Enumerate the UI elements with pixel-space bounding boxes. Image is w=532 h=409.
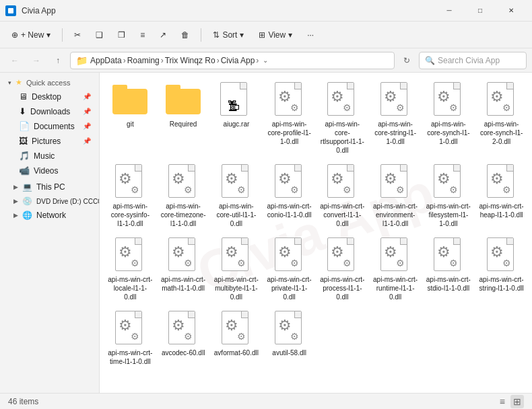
file-item[interactable]: ⚙⚙ api-ms-win-crt-locale-l1-1-0.dll <box>105 233 156 304</box>
file-item[interactable]: ⚙⚙ api-ms-win-crt-convert-l1-1-0.dll <box>317 160 368 231</box>
more-button[interactable]: ··· <box>301 27 320 43</box>
file-icon-wrapper: ⚙⚙ <box>271 309 308 347</box>
path-segment-4: Civia App <box>221 56 255 65</box>
sidebar-item-network[interactable]: ▶ 🌐 Network <box>3 209 96 222</box>
rar-icon: 🗜 <box>220 82 253 117</box>
file-item[interactable]: ⚙⚙ avcodec-60.dll <box>158 307 209 369</box>
file-icon-wrapper: ⚙⚙ <box>271 163 308 200</box>
pin-icon-4: 📌 <box>83 137 91 145</box>
file-item[interactable]: ⚙⚙ api-ms-win-crt-environment-l1-1-0.dll <box>370 160 421 231</box>
music-icon: 🎵 <box>19 151 30 161</box>
file-item[interactable]: ⚙⚙ api-ms-win-core-timezone-l1-1-0.dll <box>158 160 209 231</box>
file-item[interactable]: ⚙⚙ api-ms-win-crt-filesystem-l1-1-0.dll <box>424 160 474 231</box>
forward-button[interactable]: → <box>27 51 46 70</box>
file-item[interactable]: ⚙⚙ api-ms-win-crt-conio-l1-1-0.dll <box>264 160 314 231</box>
pin-icon: 📌 <box>83 93 91 100</box>
file-item[interactable]: ⚙⚙ api-ms-win-crt-stdio-l1-1-0.dll <box>424 233 474 304</box>
file-item[interactable]: ⚙⚙ api-ms-win-crt-time-l1-1-0.dll <box>105 307 156 369</box>
close-button[interactable]: ✕ <box>496 0 527 22</box>
file-item[interactable]: ⚙⚙ api-ms-win-crt-runtime-l1-1-0.dll <box>370 233 421 304</box>
dll-icon: ⚙⚙ <box>327 82 357 117</box>
documents-icon: 📄 <box>19 121 30 131</box>
file-icon-wrapper: ⚙⚙ <box>483 236 521 274</box>
address-path[interactable]: 📁 AppData › Roaming › Trix Winqz Ro › Ci… <box>70 52 395 69</box>
new-button[interactable]: ⊕ + New ▾ <box>5 27 57 43</box>
file-item[interactable]: ⚙⚙ api-ms-win-core-rtlsupport-l1-1-0.dll <box>317 78 368 157</box>
file-name: api-ms-win-core-profile-l1-1-0.dll <box>267 120 312 146</box>
back-button[interactable]: ← <box>5 51 24 70</box>
sidebar-item-this-pc[interactable]: ▶ 💻 This PC <box>3 180 96 194</box>
file-name: api-ms-win-crt-private-l1-1-0.dll <box>267 275 312 301</box>
paste-button[interactable]: ❒ <box>112 27 131 43</box>
maximize-button[interactable]: □ <box>465 0 496 22</box>
new-icon: ⊕ <box>11 30 18 40</box>
file-item[interactable]: ⚙⚙ api-ms-win-crt-string-l1-1-0.dll <box>476 233 527 304</box>
sort-icon: ⇅ <box>213 30 220 40</box>
dll-icon: ⚙⚙ <box>327 237 357 272</box>
refresh-button[interactable]: ↻ <box>397 51 416 70</box>
file-item[interactable]: ⚙⚙ api-ms-win-core-util-l1-1-0.dll <box>211 160 262 231</box>
search-box[interactable]: 🔍 Search Civia App <box>419 52 527 69</box>
sidebar-quick-access[interactable]: ▾ ★ Quick access <box>3 76 96 89</box>
file-item[interactable]: ⚙⚙ api-ms-win-crt-process-l1-1-0.dll <box>317 233 368 304</box>
pin-icon-2: 📌 <box>83 108 91 115</box>
sidebar-item-dvd[interactable]: ▶ 💿 DVD Drive (D:) CCCC <box>3 194 96 208</box>
toolbar: ⊕ + New ▾ ✂ ❑ ❒ ≡ ↗ 🗑 ⇅ Sort ▾ ⊞ View ▾ … <box>0 22 532 48</box>
file-item[interactable]: ⚙⚙ api-ms-win-crt-math-l1-1-0.dll <box>158 233 209 304</box>
dll-icon: ⚙⚙ <box>487 237 517 272</box>
grid-view-button[interactable]: ⊞ <box>510 395 524 408</box>
sort-button[interactable]: ⇅ Sort ▾ <box>207 27 250 43</box>
dll-icon: ⚙⚙ <box>168 311 198 346</box>
file-icon-wrapper: ⚙⚙ <box>164 236 202 274</box>
dll-icon: ⚙⚙ <box>434 237 463 272</box>
sidebar-item-pictures[interactable]: 🖼 Pictures 📌 <box>3 134 96 148</box>
file-name: avutil-58.dll <box>272 348 306 357</box>
view-button[interactable]: ⊞ View ▾ <box>253 27 298 43</box>
copy-button[interactable]: ❑ <box>90 27 109 43</box>
dll-icon: ⚙⚙ <box>115 237 145 272</box>
sidebar-item-desktop[interactable]: 🖥 Desktop 📌 <box>3 89 96 104</box>
file-item[interactable]: ⚙⚙ api-ms-win-core-synch-l1-1-0.dll <box>424 78 474 157</box>
dll-icon: ⚙⚙ <box>115 164 145 199</box>
file-icon-wrapper: ⚙⚙ <box>111 163 149 200</box>
file-item[interactable]: ⚙⚙ api-ms-win-crt-heap-l1-1-0.dll <box>476 160 527 231</box>
minimize-button[interactable]: ─ <box>434 0 465 22</box>
pin-icon-3: 📌 <box>83 122 91 130</box>
window-controls: ─ □ ✕ <box>434 0 527 22</box>
toolbar-separator-2 <box>201 28 201 42</box>
share-button[interactable]: ↗ <box>154 27 172 43</box>
quick-access-icon: ★ <box>15 78 22 87</box>
file-name: api-ms-win-core-synch-l1-2-0.dll <box>479 120 524 146</box>
share-icon: ↗ <box>160 30 166 40</box>
file-icon-wrapper: ⚙⚙ <box>323 81 361 118</box>
sidebar-item-videos[interactable]: 📹 Videos <box>3 163 96 178</box>
file-item[interactable]: ⚙⚙ avformat-60.dll <box>211 307 262 369</box>
file-item[interactable]: ⚙⚙ api-ms-win-core-synch-l1-2-0.dll <box>476 78 527 157</box>
up-button[interactable]: ↑ <box>48 51 67 70</box>
file-icon-wrapper: ⚙⚙ <box>323 163 361 200</box>
delete-button[interactable]: 🗑 <box>175 27 195 43</box>
view-dropdown-icon: ▾ <box>288 30 292 40</box>
list-view-button[interactable]: ≡ <box>497 395 508 408</box>
file-icon-wrapper: ⚙⚙ <box>376 81 414 118</box>
dll-icon: ⚙⚙ <box>327 164 357 199</box>
file-item[interactable]: ⚙⚙ api-ms-win-crt-multibyte-l1-1-0.dll <box>211 233 262 304</box>
file-item[interactable]: Required <box>158 78 209 157</box>
pictures-icon: 🖼 <box>19 136 28 146</box>
cut-button[interactable]: ✂ <box>68 27 87 43</box>
sidebar-item-downloads[interactable]: ⬇ Downloads 📌 <box>3 104 96 118</box>
file-item[interactable]: ⚙⚙ avutil-58.dll <box>264 307 314 369</box>
file-item[interactable]: ⚙⚙ api-ms-win-core-profile-l1-1-0.dll <box>264 78 314 157</box>
window-title: Civia App <box>22 6 434 15</box>
file-item[interactable]: ⚙⚙ api-ms-win-core-sysinfo-l1-1-0.dll <box>105 160 156 231</box>
file-item[interactable]: 🗜 aiugc.rar <box>211 78 262 157</box>
file-item[interactable]: ⚙⚙ api-ms-win-core-string-l1-1-0.dll <box>370 78 421 157</box>
file-item[interactable]: git <box>105 78 156 157</box>
dll-icon: ⚙⚙ <box>222 164 251 199</box>
sidebar-item-music[interactable]: 🎵 Music <box>3 149 96 163</box>
rename-button[interactable]: ≡ <box>134 27 151 43</box>
path-segment-2: Roaming <box>127 56 160 65</box>
sidebar-item-documents[interactable]: 📄 Documents 📌 <box>3 119 96 133</box>
file-item[interactable]: ⚙⚙ api-ms-win-crt-private-l1-1-0.dll <box>264 233 314 304</box>
file-icon-wrapper: ⚙⚙ <box>271 236 308 274</box>
